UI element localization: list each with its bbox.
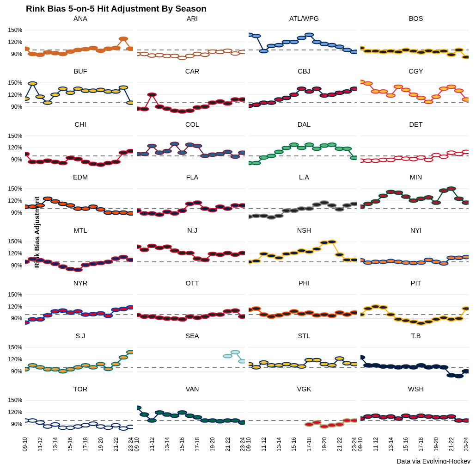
plot-area <box>249 182 357 225</box>
svg-point-519 <box>462 370 469 373</box>
svg-point-543 <box>137 406 141 409</box>
svg-point-170 <box>127 149 133 153</box>
xtick-label: 21-22 <box>448 437 455 452</box>
svg-point-528 <box>51 422 60 426</box>
plot-area <box>25 182 133 225</box>
xtick-label: 17-18 <box>82 437 89 452</box>
svg-point-374 <box>424 258 433 261</box>
svg-point-177 <box>147 144 156 148</box>
facet-ARI: ARI <box>137 15 248 67</box>
svg-point-435 <box>343 313 352 316</box>
ytick-label: 90% <box>11 368 22 375</box>
plot-area <box>249 340 357 384</box>
svg-point-398 <box>127 306 133 309</box>
svg-point-111 <box>223 102 232 105</box>
facet-MIN: MIN <box>360 173 471 225</box>
page-title: Rink Bias 5-on-5 Hit Adjustment By Seaso… <box>5 4 471 14</box>
svg-point-479 <box>223 354 232 358</box>
svg-point-282 <box>335 208 344 211</box>
svg-point-161 <box>59 161 67 165</box>
svg-point-298 <box>424 196 433 199</box>
svg-point-505 <box>360 356 365 359</box>
svg-point-188 <box>231 155 240 159</box>
svg-point-473 <box>119 356 128 359</box>
svg-point-189 <box>238 151 245 155</box>
svg-point-487 <box>252 365 261 369</box>
svg-point-238 <box>66 204 75 207</box>
svg-point-294 <box>394 191 403 195</box>
xtick-label: 19-20 <box>209 437 216 452</box>
svg-point-331 <box>163 245 171 248</box>
y-axis-ticks: 90%120%150% <box>5 340 23 384</box>
svg-point-183 <box>193 144 202 148</box>
svg-point-56 <box>350 50 357 54</box>
facet-SEA: SEA <box>137 332 248 384</box>
facet-title: N.J <box>137 227 248 234</box>
plot-area <box>25 23 133 67</box>
xtick-label: 15-16 <box>179 437 185 452</box>
plot-area <box>249 288 357 331</box>
xtick-label: 11-12 <box>149 437 155 452</box>
svg-point-587 <box>462 419 469 422</box>
svg-point-257 <box>178 209 187 213</box>
svg-point-126 <box>305 90 314 93</box>
svg-point-460 <box>25 368 29 371</box>
svg-point-217 <box>386 158 395 162</box>
x-axis-ticks: 09-1011-1213-1415-1617-1819-2021-2223-24 <box>249 437 360 461</box>
plot-area <box>249 394 357 437</box>
y-axis-ticks: 90%120%150% <box>5 76 23 119</box>
svg-point-200 <box>290 143 299 147</box>
facet-title: S.J <box>25 332 136 340</box>
svg-point-246 <box>127 212 133 216</box>
svg-point-350 <box>275 256 283 260</box>
svg-point-242 <box>96 208 105 211</box>
svg-point-513 <box>417 364 426 367</box>
svg-point-417 <box>238 315 245 318</box>
svg-point-87 <box>73 87 82 91</box>
facet-title: STL <box>249 332 360 340</box>
xtick-label: 13-14 <box>388 437 394 452</box>
ytick-label: 150% <box>8 27 22 33</box>
facet-title: WSH <box>360 385 471 393</box>
facet-title: MTL <box>25 227 136 234</box>
svg-point-221 <box>417 155 426 159</box>
facet-title: MIN <box>360 173 471 181</box>
facet-DET: DET <box>360 121 471 173</box>
facet-TB: T.B <box>360 332 471 384</box>
svg-point-46 <box>275 43 283 47</box>
plot-area <box>249 235 357 278</box>
svg-point-51 <box>312 40 321 44</box>
ytick-label: 150% <box>8 344 22 351</box>
svg-point-18 <box>127 47 133 51</box>
svg-point-414 <box>216 313 225 316</box>
facet-title: T.B <box>360 332 471 340</box>
svg-point-6 <box>36 53 44 57</box>
svg-point-208 <box>350 156 357 160</box>
facet-title: DAL <box>249 121 360 128</box>
ytick-label: 120% <box>8 250 22 257</box>
svg-point-466 <box>66 368 75 371</box>
svg-point-198 <box>275 150 283 154</box>
xtick-label: 11-12 <box>37 437 43 452</box>
facet-title: VAN <box>137 385 248 393</box>
facet-title: NSH <box>249 227 360 234</box>
svg-point-376 <box>439 261 448 265</box>
svg-point-308 <box>25 260 29 264</box>
svg-point-35 <box>223 49 232 53</box>
facet-EDM: EDM 90%120%150% <box>25 173 136 225</box>
svg-point-113 <box>238 98 245 102</box>
svg-point-235 <box>43 197 52 201</box>
svg-point-49 <box>297 36 306 40</box>
svg-point-110 <box>216 100 225 104</box>
svg-point-427 <box>282 312 291 316</box>
svg-point-394 <box>96 311 105 315</box>
svg-point-321 <box>119 255 128 259</box>
plot-area <box>249 23 357 67</box>
svg-point-207 <box>343 147 352 150</box>
svg-point-156 <box>25 152 29 156</box>
svg-point-373 <box>417 260 426 264</box>
plot-area <box>360 23 469 67</box>
svg-point-251 <box>137 209 141 213</box>
xtick-label: 09-10 <box>357 437 364 452</box>
svg-point-101 <box>147 93 156 97</box>
